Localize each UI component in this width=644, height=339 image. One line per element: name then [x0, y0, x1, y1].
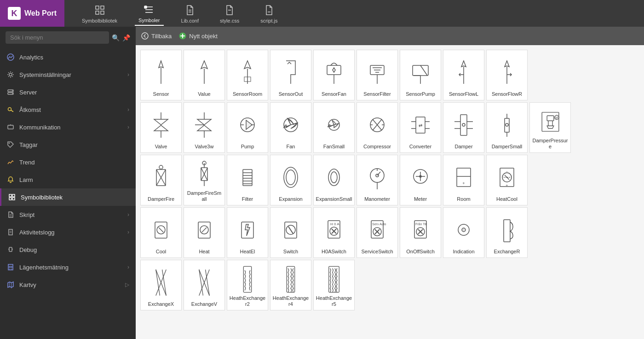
- chevron-right-icon-aktivitetslogg: ›: [127, 229, 129, 235]
- symbol-cell-manometer[interactable]: Manometer: [356, 155, 398, 205]
- symbol-cell-value[interactable]: Value: [184, 50, 225, 100]
- sidebar-item-debug[interactable]: Debug: [0, 241, 136, 258]
- symbol-cell-expansion[interactable]: Expansion: [270, 155, 311, 205]
- symbol-cell-damper[interactable]: Damper: [443, 102, 484, 153]
- expansion-icon: [272, 159, 309, 196]
- symbol-cell-indication[interactable]: Indication: [443, 207, 484, 258]
- cool-icon: [143, 211, 179, 249]
- pin-button[interactable]: 📌: [122, 34, 130, 41]
- symbol-cell-heathexchanger5[interactable]: HeathExchanger5: [313, 260, 355, 310]
- symbol-cell-exchangex[interactable]: ExchangeX: [140, 260, 182, 310]
- symbol-cell-expansionsmall[interactable]: ExpansionSmall: [313, 155, 355, 205]
- comm-icon: [6, 123, 15, 131]
- symbol-cell-h0aswitch[interactable]: H 0 A H0ASwitch: [313, 207, 355, 258]
- svg-rect-16: [8, 125, 13, 129]
- svg-rect-2: [96, 11, 99, 14]
- symbol-cell-sensorflowl[interactable]: SensorFlowL: [443, 50, 484, 100]
- symbol-cell-sensorout[interactable]: SensorOut: [270, 50, 311, 100]
- symbol-cell-serviceswitch[interactable]: Serv Auto ServiceSwitch: [356, 207, 398, 258]
- symbol-cell-fan[interactable]: Fan: [270, 102, 311, 153]
- sidebar-item-skript[interactable]: Skript ›: [0, 206, 136, 223]
- toolbar-item-libconf[interactable]: Lib.conf: [178, 2, 203, 25]
- symbol-cell-meter[interactable]: Meter: [400, 155, 441, 205]
- sensor-icon: [143, 54, 179, 91]
- symbol-cell-damperfiresmall[interactable]: DamperFireSmall: [184, 155, 225, 205]
- back-button[interactable]: Tillbaka: [141, 32, 172, 40]
- search-input[interactable]: [6, 31, 109, 44]
- sensorflowl-label: SensorFlowL: [449, 91, 478, 97]
- toolbar-item-symbolbibliotek[interactable]: Symbolbibliotek: [78, 2, 121, 25]
- dampersmall-label: DamperSmall: [492, 144, 523, 150]
- indication-label: Indication: [453, 249, 474, 255]
- toolbar-item-symboler[interactable]: Symboler: [135, 1, 163, 26]
- symbol-cell-sensorroom[interactable]: SensorRoom: [227, 50, 268, 100]
- sidebar-item-taggar[interactable]: Taggar: [0, 136, 136, 153]
- sidebar-label-aktivitetslogg: Aktivitetslogg: [19, 229, 123, 236]
- symbol-cell-onoffswitch[interactable]: Från Till OnOffSwitch: [400, 207, 441, 258]
- symbol-cell-valve3w[interactable]: Valve3w: [184, 102, 225, 153]
- expansionsmall-label: ExpansionSmall: [316, 196, 352, 202]
- sidebar-label-debug: Debug: [19, 246, 129, 253]
- toolbar-item-scriptjs[interactable]: script.js: [257, 2, 281, 25]
- sidebar-item-kommunikation[interactable]: Kommunikation ›: [0, 118, 136, 136]
- symbol-cell-compressor[interactable]: Compressor: [356, 102, 398, 153]
- symbol-cell-exchanger[interactable]: ExchangeR: [486, 207, 528, 258]
- symbol-cell-heatcool[interactable]: + - HeatCool: [486, 155, 528, 205]
- damper-icon: [445, 106, 482, 144]
- sidebar-item-lagenhetsmätning[interactable]: Lägenhetsmätning ›: [0, 258, 136, 276]
- symbol-cell-dampersmall[interactable]: DamperSmall: [486, 102, 528, 153]
- h0aswitch-icon: H 0 A: [316, 211, 352, 249]
- sidebar-item-trend[interactable]: Trend: [0, 153, 136, 171]
- svg-line-131: [159, 228, 163, 232]
- symbol-cell-valve[interactable]: Valve: [140, 102, 182, 153]
- symbol-cell-sensorpump[interactable]: SensorPump: [400, 50, 441, 100]
- symbol-cell-switch[interactable]: Switch: [270, 207, 311, 258]
- sidebar-item-analytics[interactable]: Analytics: [0, 48, 136, 66]
- content-toolbar: Tillbaka Nytt objekt: [136, 27, 644, 45]
- symbol-cell-heathexchanger4[interactable]: HeathExchanger4: [270, 260, 311, 310]
- symbol-cell-filter[interactable]: Filter: [227, 155, 268, 205]
- symbol-row-1: Valve Valve3w: [140, 102, 639, 153]
- symbol-cell-exchangev[interactable]: ExchangeV: [184, 260, 225, 310]
- symbol-cell-heat[interactable]: Heat: [184, 207, 225, 258]
- toolbar-label-symbolbibliotek: Symbolbibliotek: [82, 18, 117, 23]
- symbol-cell-room[interactable]: + Room: [443, 155, 484, 205]
- damperfire-icon: [143, 159, 179, 196]
- svg-text:Från Till: Från Till: [415, 222, 427, 226]
- sidebar-label-taggar: Taggar: [19, 141, 129, 148]
- symbol-cell-damperpressure[interactable]: M DamperPressure: [529, 102, 571, 153]
- search-button[interactable]: 🔍: [112, 34, 120, 41]
- symbol-cell-converter[interactable]: ⇄ Converter: [400, 102, 441, 153]
- svg-rect-30: [9, 266, 10, 268]
- new-obj-button[interactable]: Nytt objekt: [179, 32, 217, 40]
- sidebar-item-aktivitetslogg[interactable]: Aktivitetslogg ›: [0, 223, 136, 241]
- chevron-right-icon-lagenhet: ›: [127, 264, 129, 270]
- file-icon-stylecss: [223, 4, 236, 17]
- fansmall-label: FanSmall: [323, 144, 345, 150]
- svg-line-162: [206, 269, 210, 295]
- symbol-cell-heatel[interactable]: HeatEl: [227, 207, 268, 258]
- symbol-cell-sensorfan[interactable]: SensorFan: [313, 50, 355, 100]
- symbol-cell-pump[interactable]: Pump: [227, 102, 268, 153]
- symbol-cell-damperfire[interactable]: DamperFire: [140, 155, 182, 205]
- sidebar-item-atkomst[interactable]: Åtkomst ›: [0, 101, 136, 118]
- sidebar-item-symbolbibliotek[interactable]: Symbolbibliotek: [0, 188, 136, 206]
- symbol-cell-heathexchanger2[interactable]: HeathExchanger2: [227, 260, 268, 310]
- sidebar-item-systeminst[interactable]: Systeminställningar ›: [0, 66, 136, 83]
- svg-point-13: [12, 90, 13, 91]
- bell-icon: [6, 175, 15, 184]
- sidebar-item-larm[interactable]: Larm: [0, 171, 136, 188]
- toolbar-item-stylecss[interactable]: style.css: [216, 2, 243, 25]
- svg-rect-21: [12, 198, 15, 200]
- sidebar-item-kartvy[interactable]: Kartvy ▷: [0, 276, 136, 293]
- symbol-grid: Sensor Value: [136, 45, 644, 339]
- svg-rect-19: [12, 194, 15, 197]
- symbol-cell-fansmall[interactable]: FanSmall: [313, 102, 355, 153]
- symbol-cell-sensorFlowr[interactable]: SensorFlowR: [486, 50, 528, 100]
- svg-line-157: [156, 269, 160, 295]
- symbol-cell-sensor[interactable]: Sensor: [140, 50, 182, 100]
- logo-area[interactable]: K Web Port: [0, 0, 64, 27]
- symbol-cell-sensorfilter[interactable]: SensorFilter: [356, 50, 398, 100]
- symbol-cell-cool[interactable]: Cool: [140, 207, 182, 258]
- sidebar-item-server[interactable]: Server: [0, 83, 136, 101]
